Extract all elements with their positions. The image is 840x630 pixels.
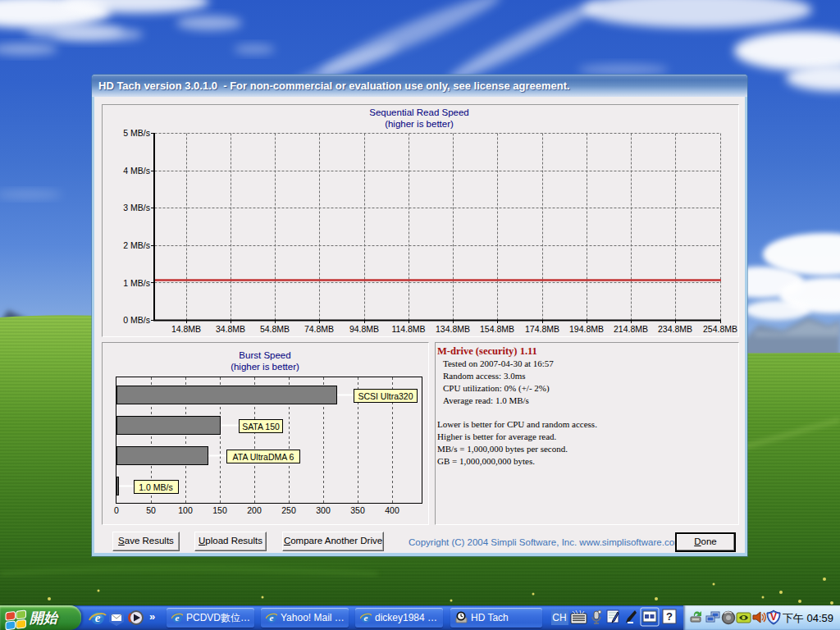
svg-text:ATA UltraDMA 6: ATA UltraDMA 6	[233, 452, 294, 462]
svg-text:114.8MB: 114.8MB	[391, 324, 425, 334]
svg-text:Sequential Read Speed: Sequential Read Speed	[369, 107, 469, 117]
svg-text:100: 100	[178, 505, 193, 515]
svg-text:2 MB/s: 2 MB/s	[123, 240, 150, 250]
svg-text:54.8MB: 54.8MB	[260, 324, 290, 334]
svg-text:3 MB/s: 3 MB/s	[123, 203, 150, 212]
svg-text:SATA 150: SATA 150	[242, 422, 280, 431]
svg-text:0 MB/s: 0 MB/s	[123, 315, 150, 325]
svg-text:?: ?	[666, 610, 673, 623]
svg-text:0: 0	[114, 505, 119, 515]
svg-text:74.8MB: 74.8MB	[304, 324, 334, 334]
svg-text:(higher is better): (higher is better)	[231, 362, 299, 372]
svg-text:1 MB/s: 1 MB/s	[123, 278, 150, 288]
svg-text:254.8MB: 254.8MB	[703, 324, 737, 334]
svg-text:150: 150	[212, 505, 227, 515]
svg-text:4 MB/s: 4 MB/s	[123, 166, 150, 176]
svg-text:350: 350	[350, 505, 365, 515]
svg-text:194.8MB: 194.8MB	[569, 324, 604, 334]
svg-text:200: 200	[247, 505, 262, 515]
svg-text:50: 50	[146, 505, 156, 515]
svg-text:»: »	[149, 610, 155, 623]
svg-text:14.8MB: 14.8MB	[171, 324, 201, 334]
svg-text:234.8MB: 234.8MB	[658, 324, 692, 334]
svg-text:154.8MB: 154.8MB	[480, 324, 514, 334]
svg-text:250: 250	[281, 505, 296, 515]
svg-text:300: 300	[316, 505, 331, 515]
svg-text:94.8MB: 94.8MB	[349, 324, 379, 334]
svg-text:CH: CH	[552, 612, 566, 623]
svg-text:1.0 MB/s: 1.0 MB/s	[139, 482, 172, 492]
svg-text:5 MB/s: 5 MB/s	[123, 128, 150, 138]
svg-text:34.8MB: 34.8MB	[216, 324, 245, 334]
svg-text:174.8MB: 174.8MB	[525, 324, 559, 334]
svg-text:SCSI Ultra320: SCSI Ultra320	[358, 391, 413, 401]
svg-text:Burst Speed: Burst Speed	[239, 350, 290, 360]
svg-text:134.8MB: 134.8MB	[436, 324, 470, 334]
svg-text:214.8MB: 214.8MB	[614, 324, 648, 334]
svg-text:(higher is better): (higher is better)	[385, 119, 454, 129]
svg-text:400: 400	[385, 505, 399, 515]
svg-text:V: V	[770, 611, 777, 623]
